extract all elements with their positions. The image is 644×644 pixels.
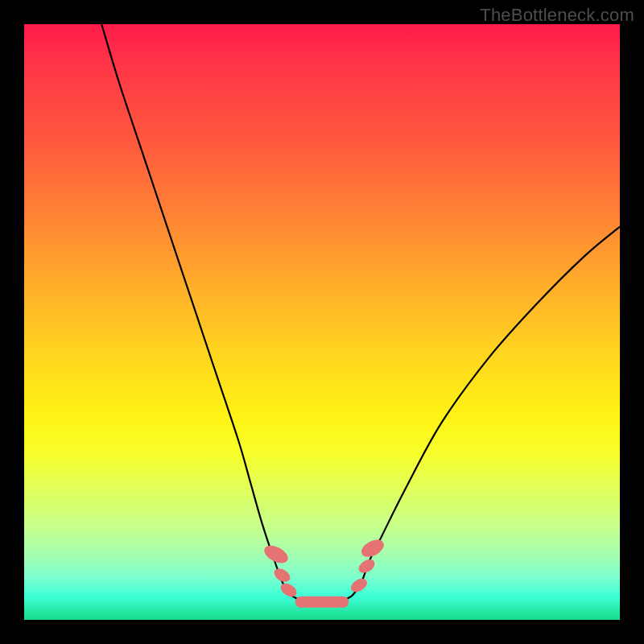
plot-area xyxy=(24,24,620,620)
curve-svg xyxy=(24,24,620,620)
right-curve-line xyxy=(352,227,620,597)
chart-frame: TheBottleneck.com xyxy=(0,0,644,644)
marker-right-big-0 xyxy=(358,536,386,560)
marker-left-big-0 xyxy=(262,542,291,567)
valley-line xyxy=(292,596,352,602)
marker-left-small-1 xyxy=(279,580,299,600)
markers-group xyxy=(262,536,387,608)
marker-left-small-0 xyxy=(271,566,292,585)
marker-bottom-pill xyxy=(295,597,349,608)
marker-right-small-0 xyxy=(349,576,369,595)
watermark-text: TheBottleneck.com xyxy=(480,5,634,26)
marker-right-small-1 xyxy=(356,557,377,576)
left-curve-line xyxy=(101,24,292,596)
